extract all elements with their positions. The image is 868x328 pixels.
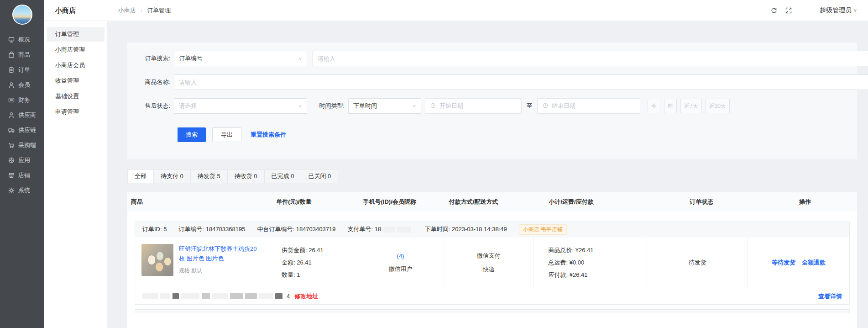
sidebar-item-supplier[interactable]: 供应商 [0, 107, 44, 122]
submenu-item-basic-settings[interactable]: 基础设置 [47, 89, 105, 104]
submenu-item-shop-management[interactable]: 小商店管理 [47, 42, 105, 57]
order-product-row: 旺鲜汪皖北林下散养土鸡蛋20枚 图片色 图片色 规格 默认 供货金额: 26.4… [135, 238, 849, 288]
sidebar-item-label: 供应链 [18, 126, 36, 134]
date-shortcuts: 今 昨 近7天 近30天 [648, 99, 730, 113]
product-image[interactable] [141, 244, 173, 276]
fullscreen-icon[interactable] [785, 7, 792, 14]
full-refund-link[interactable]: 全额退款 [802, 259, 826, 267]
sidebar-item-supply-chain[interactable]: 供应链 [0, 122, 44, 138]
modify-address-link[interactable]: 修改地址 [294, 292, 318, 301]
submenu-item-order-management[interactable]: 订单管理 [47, 27, 105, 42]
chevron-down-icon: ∨ [298, 104, 302, 108]
sidebar-item-system[interactable]: 系统 [0, 183, 44, 198]
export-button[interactable]: 导出 [212, 127, 241, 142]
time-type-select[interactable]: 下单时间 ∨ [348, 98, 421, 114]
product-title-link[interactable]: 旺鲜汪皖北林下散养土鸡蛋20枚 图片色 图片色 [179, 244, 259, 264]
tab-pending-shipment[interactable]: 待发货 5 [191, 169, 228, 183]
start-date-input[interactable]: 开始日期 [425, 98, 522, 114]
order-meta-row: 订单ID: 5 订单编号: 184703368195 中台订单编号: 18470… [135, 221, 849, 238]
search-filter-panel: 订单搜索: 订单编号 ∨ 供应商: 请选择 ∨ 供应链: 请选择 [127, 42, 857, 159]
submenu-item-revenue-management[interactable]: 收益管理 [47, 74, 105, 88]
redacted-block [160, 293, 170, 299]
sidebar-item-label: 会员 [18, 81, 30, 89]
shop-icon [8, 172, 15, 179]
redacted-block [142, 293, 158, 299]
order-id: 订单ID: 5 [142, 225, 167, 233]
date-range-to: 至 [522, 102, 537, 110]
sidebar-item-finance[interactable]: 财务 [0, 92, 44, 107]
supplier-icon [8, 111, 15, 119]
member-nickname: 微信用户 [388, 265, 412, 273]
redacted-block [202, 293, 210, 299]
col-header-unit-qty: 单件(元)/数量 [260, 198, 354, 206]
member-id-link[interactable]: (4) [397, 253, 404, 259]
goods-icon [8, 51, 15, 58]
sidebar-item-overview[interactable]: 概况 [0, 32, 44, 47]
topbar-right: 超级管理员 ∨ [770, 4, 857, 17]
payment-cell: 微信支付 快递 [444, 238, 533, 288]
shortcut-today-button[interactable]: 今 [648, 99, 660, 113]
app-logo[interactable] [12, 5, 32, 25]
filter-actions: 搜索 导出 重置搜索条件 [178, 127, 846, 142]
filter-row-3: 售后状态: 请选择 ∨ 时间类型: 下单时间 ∨ 开始日期 [138, 98, 846, 114]
awaiting-ship-link[interactable]: 等待发货 [772, 259, 795, 267]
shortcut-last30days-button[interactable]: 近30天 [706, 99, 730, 113]
procurement-icon [8, 142, 15, 149]
shop-badge: 小商店:韦平店铺 [519, 224, 567, 235]
tab-pending-payment[interactable]: 待支付 0 [154, 169, 191, 183]
chevron-down-icon: ∨ [853, 7, 857, 13]
secondary-sidebar: 小商店 订单管理 小商店管理 小商店会员 收益管理 基础设置 申请管理 [44, 0, 107, 328]
breadcrumb-parent[interactable]: 小商店 [118, 6, 136, 15]
breadcrumb-current: 订单管理 [147, 6, 171, 15]
user-avatar[interactable] [800, 4, 812, 17]
redacted-block [259, 293, 273, 299]
chevron-down-icon: ∨ [413, 104, 416, 108]
topbar: 小商店 › 订单管理 超级管理员 ∨ [107, 0, 868, 21]
order-block: 订单ID: 5 订单编号: 184703368195 中台订单编号: 18470… [135, 221, 850, 305]
submenu-item-application-management[interactable]: 申请管理 [47, 105, 105, 119]
aftersale-label: 售后状态: [138, 102, 174, 110]
sidebar-item-procurement[interactable]: 采购端 [0, 138, 44, 153]
price-qty-cell: 供货金额: 26.41 金额: 26.41 数量: 1 [265, 238, 357, 288]
submenu-item-shop-members[interactable]: 小商店会员 [47, 58, 105, 73]
redacted-block [275, 293, 282, 299]
order-search-label: 订单搜索: [138, 54, 174, 63]
search-button[interactable]: 搜索 [178, 127, 206, 142]
order-search-type-select[interactable]: 订单编号 ∨ [174, 51, 307, 66]
orders-table-panel: 商品 单件(元)/数量 手机号(ID)/会员昵称 付款方式/配送方式 小计/运费… [127, 192, 857, 328]
phone-tail: 4 [287, 293, 290, 300]
tab-all[interactable]: 全部 [127, 169, 154, 183]
redacted-block [230, 293, 243, 299]
sidebar-item-shop[interactable]: 店铺 [0, 168, 44, 183]
view-detail-link[interactable]: 查看详情 [818, 292, 842, 301]
tab-closed[interactable]: 已关闭 0 [301, 169, 338, 183]
finance-icon [8, 96, 15, 104]
shortcut-last7days-button[interactable]: 近7天 [680, 99, 702, 113]
end-date-input[interactable]: 结束日期 [537, 98, 640, 114]
user-menu[interactable]: 超级管理员 ∨ [820, 6, 857, 15]
aftersale-select[interactable]: 请选择 ∨ [174, 98, 307, 114]
table-header-row: 商品 单件(元)/数量 手机号(ID)/会员昵称 付款方式/配送方式 小计/运费… [127, 192, 857, 212]
shortcut-yesterday-button[interactable]: 昨 [664, 99, 677, 113]
refresh-icon[interactable] [770, 7, 778, 14]
next-order-block-peek [135, 309, 850, 313]
col-header-product: 商品 [127, 198, 260, 206]
supply-chain-icon [8, 127, 15, 134]
redacted-block [383, 227, 395, 233]
tab-completed[interactable]: 已完成 0 [265, 169, 302, 183]
redacted-block [212, 293, 228, 299]
order-number: 订单编号: 184703368195 [178, 225, 245, 233]
order-search-input[interactable] [313, 51, 868, 66]
sidebar-item-apps[interactable]: 应用 [0, 153, 44, 168]
tab-pending-receipt[interactable]: 待收货 0 [228, 169, 265, 183]
order-status-tabs: 全部 待支付 0 待发货 5 待收货 0 已完成 0 已关闭 0 [127, 169, 857, 183]
col-header-status: 订单状态 [650, 198, 753, 206]
sidebar-item-members[interactable]: 会员 [0, 77, 44, 92]
order-address-row: 4 修改地址 查看详情 [135, 288, 849, 304]
sidebar-item-orders[interactable]: 订单 [0, 62, 44, 77]
reset-filters-link[interactable]: 重置搜索条件 [251, 131, 286, 139]
product-name-input[interactable] [174, 74, 868, 90]
redacted-block [397, 227, 411, 233]
sidebar-item-goods[interactable]: 商品 [0, 47, 44, 62]
sidebar-item-label: 系统 [18, 186, 30, 195]
